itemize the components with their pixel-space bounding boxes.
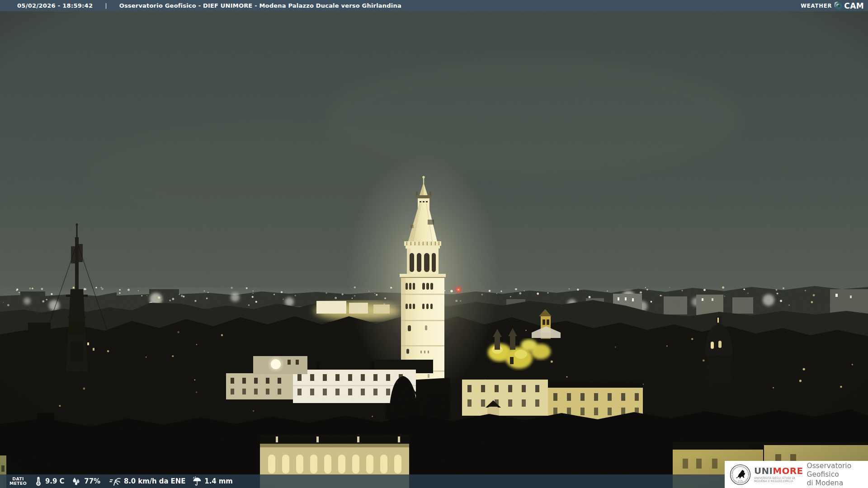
meteo-label: DATI METEO [9,477,27,486]
unimore-logo-box[interactable]: 1175 UNIMORE UNIVERSITÀ DEGLI STUDI DI M… [725,461,868,488]
brand-weather-label: Weather [801,3,832,9]
unimore-more: MORE [773,465,803,476]
wind-readout: 8.0 km/h da ENE [109,476,185,486]
wind-icon [109,476,121,486]
webcam-lens-icon [835,2,842,9]
humidity-drops-icon [71,477,81,486]
university-line1: UNIVERSITÀ DEGLI STUDI DI [754,476,803,479]
separator: | [105,2,107,9]
svg-text:1175: 1175 [738,480,743,482]
rain-readout: 1.4 mm [193,476,232,486]
unimore-crest-icon: 1175 [730,464,751,485]
unimore-uni: UNI [754,465,773,476]
university-line2: MODENA E REGGIO EMILIA [754,479,803,483]
webcam-photo [0,0,868,488]
top-bar: 05/02/2026 - 18:59:42 | Osservatorio Geo… [0,0,868,11]
webcam-page: 05/02/2026 - 18:59:42 | Osservatorio Geo… [0,0,868,488]
observatory-name: Osservatorio Geofisico di Modena [807,462,868,488]
brand-cam-label: CAM [844,1,864,10]
thermometer-icon [34,476,42,486]
humidity-readout: 77% [71,477,100,486]
unimore-wordmark: UNIMORE UNIVERSITÀ DEGLI STUDI DI MODENA… [754,466,803,483]
rain-umbrella-icon [193,476,202,486]
temperature-readout: 9.9 C [34,476,64,486]
weathercam-brand[interactable]: Weather CAM [801,1,864,10]
page-title: Osservatorio Geofisico - DIEF UNIMORE - … [119,2,401,9]
datetime-text: 05/02/2026 - 18:59:42 [17,2,93,9]
